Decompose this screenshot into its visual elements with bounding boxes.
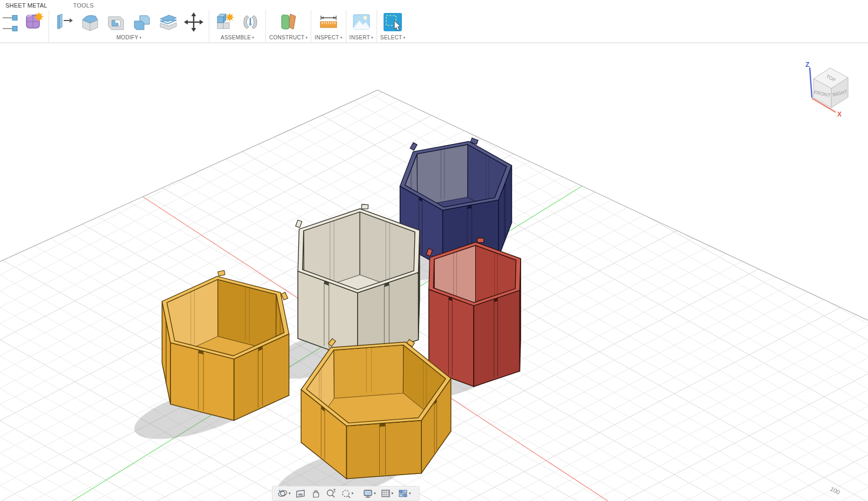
- fit-window-button[interactable]: ▾: [339, 487, 356, 500]
- ribbon-group-select: SELECT▾: [377, 10, 409, 43]
- viewports-icon: [398, 488, 408, 499]
- tab-sheet-metal[interactable]: SHEET METAL: [0, 2, 53, 9]
- insert-image-icon: [350, 11, 373, 33]
- orbit-icon: [277, 488, 288, 499]
- shell-icon: [105, 11, 127, 33]
- ribbon: MODIFY▾: [0, 10, 868, 43]
- split-face-icon: [157, 11, 179, 33]
- joint-icon: [240, 11, 261, 33]
- new-component-icon: [213, 11, 236, 33]
- scene-canvas[interactable]: [0, 43, 868, 501]
- viewports-caret: ▾: [409, 491, 411, 496]
- measure-icon: [317, 11, 340, 33]
- look-at-icon: [295, 488, 306, 499]
- tab-ear: [218, 271, 225, 276]
- grid-settings-button[interactable]: ▾: [379, 487, 395, 500]
- tab-ear: [361, 204, 368, 209]
- purple-cube-star-icon: [22, 11, 45, 33]
- press-pull-icon: [53, 11, 75, 33]
- ribbon-group-create: [0, 10, 49, 43]
- zoom-button[interactable]: [324, 487, 338, 500]
- grid-settings-caret: ▾: [392, 491, 394, 496]
- ribbon-group-construct: CONSTRUCT▾: [266, 10, 311, 43]
- viewcube-z-label: Z: [805, 61, 809, 68]
- combine-icon: [131, 11, 153, 33]
- top-toolbar: SHEET METAL TOOLS: [0, 0, 868, 43]
- shell-button[interactable]: [104, 10, 128, 34]
- press-pull-button[interactable]: [52, 10, 76, 34]
- construct-group-label[interactable]: CONSTRUCT▾: [269, 34, 307, 42]
- measure-button[interactable]: [317, 10, 340, 34]
- joint-button[interactable]: [238, 10, 262, 34]
- display-settings-icon: [363, 488, 373, 499]
- tab-tools[interactable]: TOOLS: [68, 2, 99, 9]
- tab-ear: [477, 238, 484, 242]
- lines-with-nodes-icon: [2, 11, 18, 33]
- split-face-button[interactable]: [156, 10, 180, 34]
- fillet-icon: [79, 11, 101, 33]
- modify-group-label[interactable]: MODIFY▾: [117, 34, 142, 42]
- grid-scale: 100: [820, 483, 863, 501]
- fit-window-caret: ▾: [352, 491, 354, 496]
- assemble-group-label[interactable]: ASSEMBLE▾: [221, 34, 254, 42]
- move-copy-button[interactable]: [182, 10, 206, 34]
- display-settings-caret: ▾: [374, 491, 376, 496]
- ribbon-group-inspect: INSPECT▾: [311, 10, 346, 43]
- lines-with-nodes-button[interactable]: [1, 10, 19, 34]
- fillet-button[interactable]: [78, 10, 102, 34]
- new-component-button[interactable]: [213, 10, 236, 34]
- orbit-button[interactable]: ▾: [276, 487, 292, 500]
- create-group-label: [22, 34, 24, 42]
- model-red-box[interactable]: [426, 238, 521, 387]
- viewport-3d[interactable]: Z X TOP FRONT RIGHT 100 ▾: [0, 43, 868, 501]
- viewcube-z-axis: [810, 67, 812, 98]
- tab-ear: [296, 220, 302, 228]
- ribbon-group-insert: INSERT▾: [346, 10, 377, 43]
- pan-icon: [310, 488, 321, 499]
- move-copy-icon: [183, 11, 204, 33]
- viewports-button[interactable]: ▾: [396, 487, 413, 500]
- flange-button[interactable]: [22, 10, 45, 34]
- navigation-bar: ▾ ▾: [272, 486, 420, 501]
- pan-button[interactable]: [309, 487, 323, 500]
- viewcube-x-label: X: [837, 111, 842, 118]
- viewcube[interactable]: Z X TOP FRONT RIGHT: [786, 53, 856, 123]
- workspace-tabs: SHEET METAL TOOLS: [0, 0, 868, 10]
- construct-plane-button[interactable]: [277, 10, 300, 34]
- display-settings-button[interactable]: ▾: [361, 487, 378, 500]
- ribbon-group-modify: MODIFY▾: [49, 10, 209, 43]
- ribbon-group-assemble: ASSEMBLE▾: [209, 10, 266, 43]
- model-orange-left-box[interactable]: [162, 271, 289, 421]
- grid-scale-label: 100: [829, 485, 841, 496]
- insert-group-label[interactable]: INSERT▾: [350, 34, 373, 42]
- insert-image-button[interactable]: [350, 10, 373, 34]
- orbit-caret: ▾: [289, 491, 291, 496]
- grid-settings-icon: [380, 488, 391, 499]
- zoom-icon: [325, 488, 336, 499]
- select-group-label[interactable]: SELECT▾: [380, 34, 406, 42]
- fit-window-icon: [340, 488, 351, 499]
- look-at-button[interactable]: [293, 487, 307, 500]
- construct-plane-icon: [277, 11, 300, 33]
- select-icon: [381, 11, 404, 33]
- combine-button[interactable]: [130, 10, 154, 34]
- select-button[interactable]: [381, 10, 405, 34]
- inspect-group-label[interactable]: INSPECT▾: [315, 34, 342, 42]
- model-beige-box[interactable]: [296, 204, 420, 360]
